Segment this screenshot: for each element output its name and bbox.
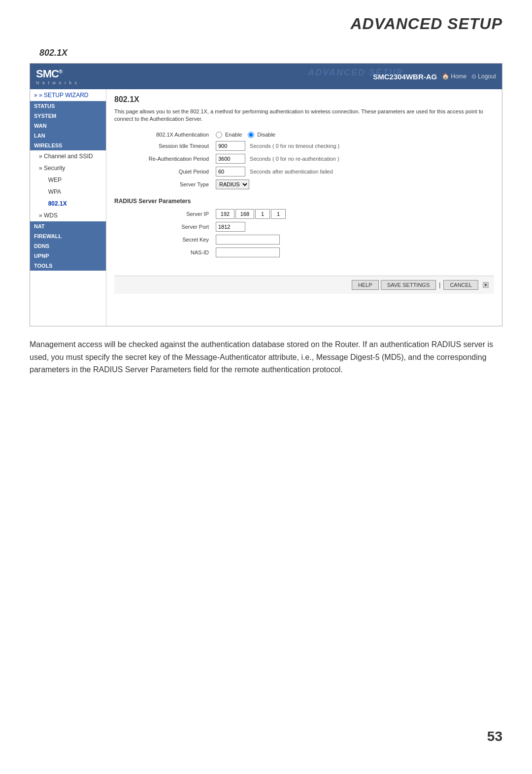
auth-enable-text: Enable <box>225 132 242 138</box>
reauth-value: Seconds ( 0 for no re-authentication ) <box>213 152 494 165</box>
server-ip-label: Server IP <box>114 208 213 220</box>
session-idle-value: Seconds ( 0 for no timeout checking ) <box>213 140 494 152</box>
bottom-bar: HELP SAVE SETTINGS | CANCEL ▼ <box>114 276 494 294</box>
secret-key-row: Secret Key <box>114 233 494 246</box>
nas-id-label: NAS-ID <box>114 246 213 259</box>
sidebar-channel-ssid[interactable]: » Channel and SSID <box>30 150 106 162</box>
quiet-note: Seconds after authentication failed <box>250 169 333 175</box>
auth-enable-label[interactable]: Enable <box>216 132 242 138</box>
reauth-row: Re-Authentication Period Seconds ( 0 for… <box>114 152 494 165</box>
sidebar-8021x[interactable]: 802.1X <box>30 198 106 210</box>
reauth-note: Seconds ( 0 for no re-authentication ) <box>250 156 339 162</box>
session-idle-note: Seconds ( 0 for no timeout checking ) <box>250 143 339 149</box>
router-model-bar: SMC2304WBR-AG 🏠 Home ⊙ Logout <box>373 72 496 81</box>
sidebar-wep[interactable]: WEP <box>30 174 106 186</box>
ip3-input[interactable] <box>255 209 270 219</box>
reauth-label: Re-Authentication Period <box>114 152 213 165</box>
ip2-input[interactable] <box>235 209 254 219</box>
server-port-input[interactable] <box>216 222 245 232</box>
description-text: Management access will be checked agains… <box>30 338 502 376</box>
quiet-label: Quiet Period <box>114 165 213 178</box>
ip-fields <box>216 209 491 219</box>
sidebar-wan[interactable]: WAN <box>30 121 106 131</box>
content-description: This page allows you to set the 802.1X, … <box>114 108 494 123</box>
router-header: SMC® N e t w o r k s ADVANCED SETUP SMC2… <box>30 64 502 89</box>
server-ip-row: Server IP <box>114 208 494 220</box>
save-button[interactable]: SAVE SETTINGS <box>381 280 436 290</box>
smc-networks: N e t w o r k s <box>36 80 78 85</box>
server-type-row: Server Type RADIUS <box>114 178 494 191</box>
ip1-input[interactable] <box>216 209 234 219</box>
auth-radio-group: Enable Disable <box>216 132 491 138</box>
page-number: 53 <box>487 729 502 744</box>
sidebar: » SETUP WIZARD STATUS SYSTEM WAN LAN WIR… <box>30 89 106 326</box>
sidebar-system[interactable]: SYSTEM <box>30 111 106 121</box>
sidebar-ddns[interactable]: DDNS <box>30 241 106 251</box>
auth-disable-label[interactable]: Disable <box>248 132 275 138</box>
smc-logo-text: SMC® <box>36 68 62 80</box>
session-idle-label: Session Idle Timeout <box>114 140 213 152</box>
ip4-input[interactable] <box>271 209 286 219</box>
sidebar-upnp[interactable]: UPnP <box>30 251 106 261</box>
logout-link[interactable]: ⊙ Logout <box>471 73 496 80</box>
sidebar-wireless[interactable]: WIRELESS <box>30 141 106 150</box>
quiet-input[interactable] <box>216 167 245 176</box>
sidebar-lan[interactable]: LAN <box>30 131 106 141</box>
help-button[interactable]: HELP <box>352 280 379 290</box>
cancel-button[interactable]: CANCEL <box>443 280 478 290</box>
nas-id-input[interactable] <box>216 247 280 257</box>
server-type-select[interactable]: RADIUS <box>216 179 249 189</box>
sidebar-nat[interactable]: NAT <box>30 221 106 231</box>
nas-id-row: NAS-ID <box>114 246 494 259</box>
section-label: 802.1X <box>0 38 532 63</box>
auth-enable-radio[interactable] <box>216 132 222 138</box>
sidebar-wpa[interactable]: WPA <box>30 186 106 198</box>
form-table: 802.1X Authentication Enable Disable <box>114 130 494 191</box>
smc-logo: SMC® N e t w o r k s <box>36 68 78 85</box>
session-idle-row: Session Idle Timeout Seconds ( 0 for no … <box>114 140 494 152</box>
session-idle-input[interactable] <box>216 141 245 151</box>
server-port-value <box>213 220 494 233</box>
scrollbar-down[interactable]: ▼ <box>483 282 489 288</box>
quiet-row: Quiet Period Seconds after authenticatio… <box>114 165 494 178</box>
reauth-input[interactable] <box>216 154 245 164</box>
server-ip-value <box>213 208 494 220</box>
server-port-label: Server Port <box>114 220 213 233</box>
sidebar-firewall[interactable]: FIREWALL <box>30 231 106 241</box>
sidebar-tools[interactable]: TOOLS <box>30 261 106 271</box>
page-title: ADVANCED SETUP <box>350 15 502 33</box>
server-type-label: Server Type <box>114 178 213 191</box>
auth-disable-radio[interactable] <box>248 132 254 138</box>
server-port-row: Server Port <box>114 220 494 233</box>
secret-key-label: Secret Key <box>114 233 213 246</box>
nas-id-value <box>213 246 494 259</box>
auth-label: 802.1X Authentication <box>114 130 213 140</box>
auth-value: Enable Disable <box>213 130 494 140</box>
secret-key-value <box>213 233 494 246</box>
content-title: 802.1X <box>114 95 494 104</box>
radius-section-header: RADIUS Server Parameters <box>114 198 494 205</box>
router-ui: SMC® N e t w o r k s ADVANCED SETUP SMC2… <box>30 63 502 326</box>
router-model: SMC2304WBR-AG <box>373 72 437 81</box>
sidebar-status[interactable]: STATUS <box>30 101 106 111</box>
sidebar-setup-wizard[interactable]: » SETUP WIZARD <box>30 89 106 101</box>
home-link[interactable]: 🏠 Home <box>442 73 466 80</box>
sidebar-wds[interactable]: » WDS <box>30 210 106 221</box>
radius-form-table: Server IP Server Port <box>114 208 494 259</box>
quiet-value: Seconds after authentication failed <box>213 165 494 178</box>
sidebar-security[interactable]: » Security <box>30 162 106 174</box>
auth-row: 802.1X Authentication Enable Disable <box>114 130 494 140</box>
router-nav-links: 🏠 Home ⊙ Logout <box>442 73 496 80</box>
secret-key-input[interactable] <box>216 235 280 245</box>
auth-disable-text: Disable <box>257 132 275 138</box>
content-area: 802.1X This page allows you to set the 8… <box>106 89 502 326</box>
router-body: » SETUP WIZARD STATUS SYSTEM WAN LAN WIR… <box>30 89 502 326</box>
server-type-value: RADIUS <box>213 178 494 191</box>
